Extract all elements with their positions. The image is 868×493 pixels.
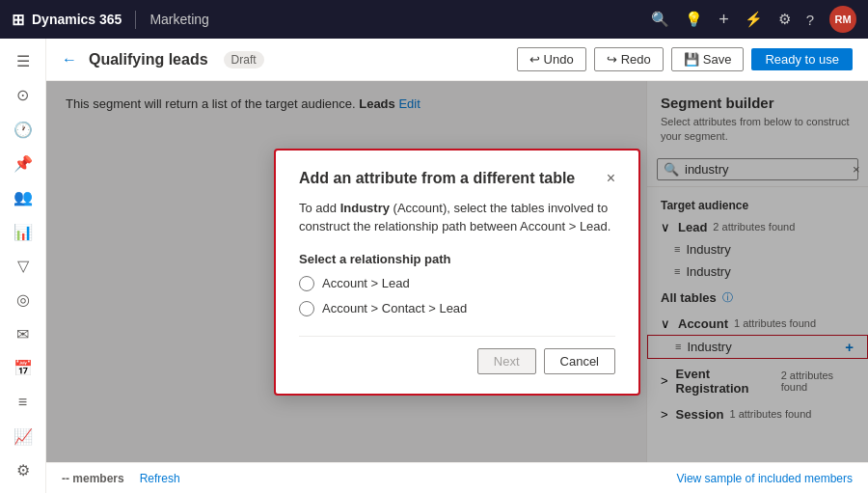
lightbulb-icon[interactable]: 💡 [685,11,703,28]
radio-label-2: Account > Contact > Lead [322,301,467,315]
sidebar-email-icon[interactable]: ✉ [6,319,41,349]
dialog-footer: Next Cancel [299,336,615,374]
bottom-bar: -- members Refresh View sample of includ… [46,462,868,493]
refresh-button[interactable]: Refresh [140,472,180,485]
members-count: -- members [62,472,124,485]
relationship-path-title: Select a relationship path [299,252,615,266]
sidebar-graph-icon[interactable]: 📈 [6,421,41,451]
sidebar-calendar-icon[interactable]: 📅 [6,353,41,383]
main-layout: ☰ ⊙ 🕐 📌 👥 📊 ▽ ◎ ✉ 📅 ≡ 📈 ⚙ ← Qualifying l… [0,39,868,493]
search-icon[interactable]: 🔍 [651,11,669,28]
save-icon: 💾 [684,52,699,67]
add-icon[interactable]: + [719,10,729,30]
sidebar-home-icon[interactable]: ⊙ [6,80,41,110]
status-badge: Draft [224,51,264,68]
ready-button[interactable]: Ready to use [751,48,853,70]
command-actions: ↩ Undo ↪ Redo 💾 Save Ready to use [517,47,853,71]
next-button[interactable]: Next [477,348,536,374]
dialog-close-button[interactable]: × [607,170,615,187]
undo-button[interactable]: ↩ Undo [517,47,586,71]
sidebar-recent-icon[interactable]: 🕐 [6,115,41,145]
top-navigation: ⊞ Dynamics 365 Marketing 🔍 💡 + ⚡ ⚙ ? RM [0,0,868,39]
main-area: ← Qualifying leads Draft ↩ Undo ↪ Redo 💾… [46,39,868,493]
radio-option-2[interactable]: Account > Contact > Lead [299,301,615,316]
view-sample-link[interactable]: View sample of included members [676,472,853,485]
dialog-attribute-name: Industry [340,201,390,215]
sidebar-pin-icon[interactable]: 📌 [6,149,41,178]
nav-icons: 🔍 💡 + ⚡ ⚙ ? RM [651,6,856,33]
relationship-dialog: Add an attribute from a different table … [274,149,640,396]
radio-account-contact-lead[interactable] [299,301,314,316]
save-button[interactable]: 💾 Save [671,47,745,71]
radio-label-1: Account > Lead [322,276,410,290]
cancel-button[interactable]: Cancel [544,348,615,374]
brand-name: Dynamics 365 [32,12,122,27]
radio-option-1[interactable]: Account > Lead [299,276,615,291]
redo-button[interactable]: ↪ Redo [594,47,664,71]
settings-icon[interactable]: ⚙ [778,11,791,28]
sidebar-circle-icon[interactable]: ◎ [6,285,41,315]
sidebar-list-icon[interactable]: ≡ [6,387,41,417]
help-icon[interactable]: ? [806,12,814,28]
brand-logo[interactable]: ⊞ Dynamics 365 [12,11,136,29]
dialog-body: To add Industry (Account), select the ta… [299,199,615,236]
back-button[interactable]: ← [62,51,77,68]
module-name: Marketing [149,12,208,27]
command-bar: ← Qualifying leads Draft ↩ Undo ↪ Redo 💾… [46,39,868,81]
dialog-title: Add an attribute from a different table [299,170,575,187]
page-title: Qualifying leads [89,51,208,68]
sidebar-people-icon[interactable]: 👥 [6,182,41,212]
modal-overlay: Add an attribute from a different table … [46,81,868,462]
sidebar-menu-icon[interactable]: ☰ [6,46,41,76]
dialog-header: Add an attribute from a different table … [299,170,615,187]
sidebar-gear-icon[interactable]: ⚙ [6,455,41,485]
sidebar-chart-icon[interactable]: 📊 [6,217,41,247]
page-body: This segment will return a list of the t… [46,81,868,462]
radio-account-lead[interactable] [299,276,314,291]
brand-icon: ⊞ [12,11,24,29]
filter-icon[interactable]: ⚡ [745,11,763,28]
redo-icon: ↪ [607,52,617,67]
sidebar-filter-icon[interactable]: ▽ [6,251,41,281]
sidebar: ☰ ⊙ 🕐 📌 👥 📊 ▽ ◎ ✉ 📅 ≡ 📈 ⚙ [0,39,46,493]
avatar[interactable]: RM [829,6,856,33]
undo-icon: ↩ [529,52,540,67]
